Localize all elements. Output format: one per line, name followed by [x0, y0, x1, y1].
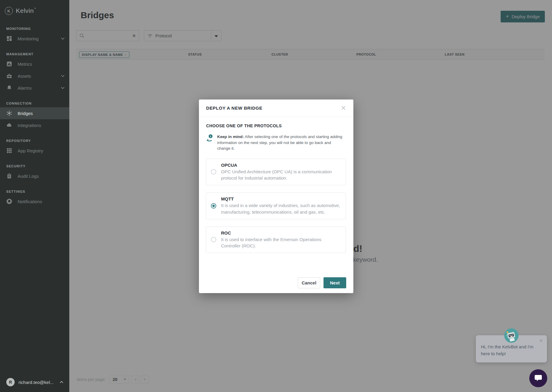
chat-message: Hi, I'm the KelvBot and I'm here to help… — [481, 344, 541, 357]
keep-in-mind-note: Keep in mind: After selecting one of the… — [206, 134, 346, 151]
chevron-up-icon — [60, 381, 63, 383]
assets-icon — [6, 73, 12, 79]
info-hand-icon — [206, 134, 214, 142]
sidebar-item-label: Integrations — [18, 123, 41, 128]
chevron-down-icon — [61, 75, 65, 77]
user-email: richard.teo@kel... — [19, 380, 54, 385]
chevron-down-icon — [61, 37, 65, 40]
sidebar-item-assets[interactable]: Assets — [0, 70, 69, 82]
chat-close-icon[interactable]: ✕ — [539, 338, 543, 344]
radio-opcua[interactable] — [211, 169, 216, 174]
option-title: OPCUA — [221, 163, 341, 168]
protocol-option-roc[interactable]: ROC It is used to interface with the Eme… — [206, 226, 346, 253]
sidebar-item-notifications[interactable]: Notifications — [0, 195, 69, 207]
sidebar-item-label: Assets — [18, 74, 31, 79]
close-icon[interactable]: ✕ — [341, 105, 346, 111]
sidebar-section-settings: SETTINGS — [6, 190, 63, 194]
sidebar-item-metrics[interactable]: Metrics — [0, 58, 69, 70]
modal-header: DEPLOY A NEW BRIDGE ✕ — [199, 99, 353, 117]
sidebar-item-label: Bridges — [18, 111, 33, 116]
sidebar-item-bridges[interactable]: Bridges — [0, 107, 69, 119]
sidebar-item-label: App Registry — [18, 148, 43, 153]
kelvin-logo-word: Kelvin — [16, 7, 34, 14]
bell-icon — [6, 85, 12, 91]
radio-roc[interactable] — [211, 237, 216, 242]
clipboard-icon — [6, 173, 12, 179]
sidebar-section-security: SECURITY — [6, 164, 63, 168]
kelvin-logo[interactable]: 'K Kelvin — [0, 0, 69, 19]
sidebar: 'K Kelvin MONITORING Monitoring MANAGEME… — [0, 0, 69, 392]
chat-bubble-icon — [534, 374, 543, 383]
sidebar-section-connection: CONNECTION — [6, 102, 63, 105]
chat-launcher-button[interactable] — [529, 369, 547, 387]
sidebar-item-audit-logs[interactable]: Audit Logs — [0, 170, 69, 182]
sidebar-section-management: MANAGEMENT — [6, 52, 63, 56]
modal-title: DEPLOY A NEW BRIDGE — [206, 105, 262, 111]
avatar: R — [6, 378, 15, 386]
sidebar-item-alarms[interactable]: Alarms — [0, 82, 69, 94]
sidebar-item-app-registry[interactable]: App Registry — [0, 145, 69, 157]
option-title: ROC — [221, 230, 341, 235]
protocol-option-opcua[interactable]: OPCUA OPC Unified Architecture (OPC UA) … — [206, 159, 346, 186]
bridges-hub-icon — [6, 110, 12, 116]
cancel-button[interactable]: Cancel — [298, 277, 320, 288]
sidebar-item-label: Monitoring — [18, 36, 39, 41]
modal-footer: Cancel Next — [298, 277, 346, 288]
radio-mqtt[interactable] — [211, 203, 216, 209]
chevron-down-icon — [61, 87, 65, 89]
sidebar-section-repository: REPOSITORY — [6, 139, 63, 143]
next-button[interactable]: Next — [323, 277, 346, 288]
option-description: It is used to interface with the Emerson… — [221, 236, 341, 249]
option-description: It is used in a wide variety of industri… — [221, 202, 341, 215]
modal-subtitle: CHOOSE ONE OF THE PROTOCOLS — [206, 123, 346, 128]
sidebar-item-label: Notifications — [18, 199, 42, 204]
sidebar-section-monitoring: MONITORING — [6, 27, 63, 31]
sidebar-item-label: Metrics — [18, 62, 32, 67]
sidebar-item-integrations[interactable]: Integrations — [0, 119, 69, 131]
kelvin-logo-icon: 'K — [5, 7, 13, 15]
metrics-icon — [6, 61, 12, 67]
modal-body: CHOOSE ONE OF THE PROTOCOLS Keep in mind… — [199, 117, 353, 253]
note-text: Keep in mind: After selecting one of the… — [217, 134, 345, 151]
cloud-icon — [6, 122, 12, 128]
protocol-option-mqtt[interactable]: MQTT It is used in a wide variety of ind… — [206, 192, 346, 219]
notification-bell-icon — [6, 198, 12, 204]
kelvbot-avatar[interactable] — [504, 328, 519, 343]
sidebar-item-label: Alarms — [18, 85, 32, 91]
sidebar-item-label: Audit Logs — [18, 174, 39, 179]
sidebar-item-monitoring[interactable]: Monitoring — [0, 33, 69, 45]
option-title: MQTT — [221, 196, 341, 201]
deploy-bridge-modal: DEPLOY A NEW BRIDGE ✕ CHOOSE ONE OF THE … — [199, 99, 353, 293]
option-description: OPC Unified Architecture (OPC UA) is a c… — [221, 169, 341, 182]
grid-icon — [6, 148, 12, 154]
dashboard-icon — [6, 36, 12, 42]
user-account-menu[interactable]: R richard.teo@kel... — [0, 375, 69, 392]
